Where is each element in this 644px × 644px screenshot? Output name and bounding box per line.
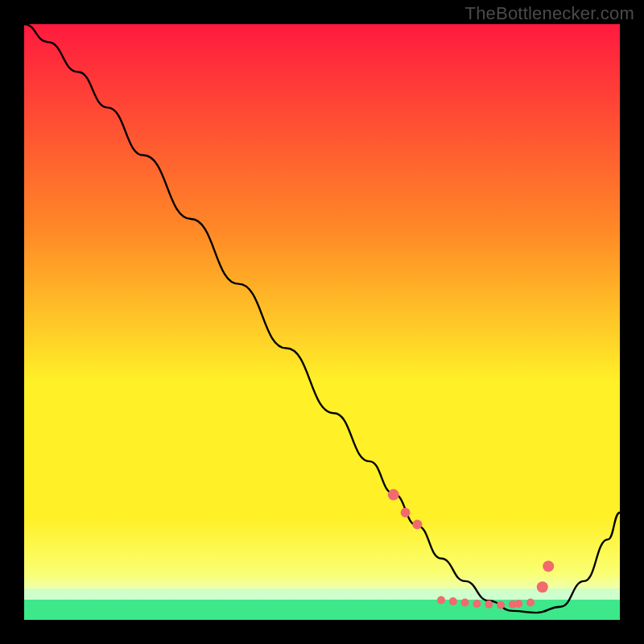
data-marker <box>388 489 399 501</box>
watermark-text: TheBottlenecker.com <box>465 3 634 24</box>
data-marker <box>497 601 505 609</box>
data-marker <box>537 581 548 592</box>
plot-container <box>24 24 620 620</box>
bottleneck-chart <box>24 24 620 620</box>
data-marker <box>412 520 422 530</box>
data-marker <box>449 597 457 605</box>
optimal-band-halo <box>24 588 620 600</box>
data-marker <box>514 600 522 608</box>
data-marker <box>473 600 481 608</box>
data-marker <box>461 599 469 607</box>
data-marker <box>401 508 411 518</box>
data-marker <box>543 560 554 572</box>
data-marker <box>526 599 535 607</box>
chart-frame: TheBottlenecker.com <box>0 0 644 644</box>
heat-gradient <box>24 24 620 620</box>
data-marker <box>485 601 493 609</box>
data-marker <box>437 597 445 605</box>
